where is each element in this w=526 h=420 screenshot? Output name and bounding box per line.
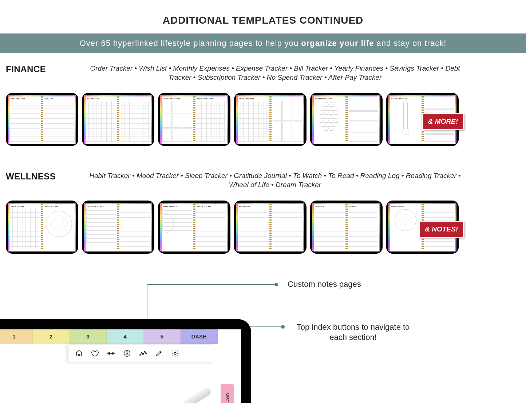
section-label: WELLNESS: [6, 171, 57, 182]
trend-icon[interactable]: [139, 349, 147, 357]
tablet-frame: 12345DASH JAN: [0, 319, 251, 403]
svg-point-5: [146, 353, 146, 354]
planner-tab[interactable]: 2: [33, 329, 70, 344]
template-thumbnail[interactable]: GRATITUDE JOURNAL: [82, 201, 154, 254]
thumb-title-right: TO READ: [349, 206, 379, 207]
thumbnail-row: HABIT TRACKERMOOD TRACKERGRATITUDE JOURN…: [4, 193, 522, 265]
planner-tab[interactable]: DASH: [181, 329, 218, 344]
svg-point-2: [141, 352, 142, 353]
svg-point-3: [143, 354, 143, 354]
section-description: Order Tracker • Wish List • Monthly Expe…: [79, 64, 522, 82]
section-description: Habit Tracker • Mood Tracker • Sleep Tra…: [79, 171, 522, 189]
banner: Over 65 hyperlinked lifestyle planning p…: [0, 33, 526, 53]
month-side-tab[interactable]: JAN: [221, 384, 234, 403]
thumb-title-left: ORDER TRACKER: [11, 98, 40, 100]
thumb-title-left: HABIT TRACKER: [11, 206, 40, 207]
page-title: ADDITIONAL TEMPLATES CONTINUED: [0, 0, 526, 33]
template-thumbnail[interactable]: BILL TRACKER: [82, 93, 154, 146]
callout-notes: Custom notes pages: [288, 279, 361, 290]
planner-tab[interactable]: 5: [144, 329, 181, 344]
template-thumbnail[interactable]: TO WATCHTO READ: [310, 201, 383, 254]
callout-dot: [274, 283, 278, 286]
gear-icon[interactable]: [171, 349, 179, 357]
template-thumbnail[interactable]: HABIT TRACKERMOOD TRACKER: [6, 201, 78, 254]
thumb-title-right: EXPENSE TRACKER: [197, 98, 226, 100]
more-badge: & MORE!: [422, 113, 464, 130]
dumbbell-icon[interactable]: [107, 349, 115, 357]
template-thumbnail[interactable]: ORDER TRACKERWISH LIST: [6, 93, 78, 146]
banner-pre: Over 65 hyperlinked lifestyle planning p…: [80, 39, 301, 48]
svg-point-6: [174, 352, 176, 354]
thumb-title-left: TO WATCH: [315, 206, 344, 207]
thumbnail-row: ORDER TRACKERWISH LISTBILL TRACKERMONTHL…: [4, 86, 522, 157]
thumb-title-left: YEARLY FINANCES: [239, 98, 268, 100]
thumb-title-right: WISH LIST: [45, 98, 74, 100]
tab-bar: 12345DASH: [0, 329, 218, 344]
hero: Custom notes pages Top index buttons to …: [0, 279, 526, 403]
template-thumbnail[interactable]: MONTHLY EXPENSESEXPENSE TRACKER: [158, 93, 230, 146]
section-finance: FINANCEOrder Tracker • Wish List • Month…: [0, 53, 526, 161]
planner-tab[interactable]: 1: [0, 329, 33, 344]
pencil-icon[interactable]: [155, 349, 163, 357]
heart-icon[interactable]: [91, 349, 99, 357]
more-badge: & NOTES!: [419, 221, 464, 238]
thumb-title-left: WHEEL OF LIFE: [391, 206, 420, 207]
section-wellness: WELLNESSHabit Tracker • Mood Tracker • S…: [0, 161, 526, 268]
banner-bold: organize your life: [301, 39, 374, 48]
template-thumbnail[interactable]: SLEEP TRACKERDREAM TRACKER: [158, 201, 230, 254]
planner-tab[interactable]: 4: [107, 329, 144, 344]
callout-dot: [281, 325, 285, 329]
thumb-title-right: DREAM TRACKER: [197, 206, 226, 207]
template-thumbnail[interactable]: WHEEL OF LIFE& NOTES!: [386, 201, 459, 254]
template-thumbnail[interactable]: SAVINGS TRACKER& MORE!: [386, 93, 459, 146]
template-thumbnail[interactable]: NO SPEND TRACKER: [310, 93, 383, 146]
thumb-title-left: BILL TRACKER: [87, 98, 116, 100]
thumb-title-left: NO SPEND TRACKER: [315, 98, 344, 100]
home-icon[interactable]: [75, 349, 83, 357]
thumb-title-left: MONTHLY EXPENSES: [163, 98, 192, 100]
thumb-title-left: GRATITUDE JOURNAL: [87, 206, 116, 207]
planner-tab[interactable]: 3: [70, 329, 107, 344]
thumb-title-left: SAVINGS TRACKER: [391, 98, 420, 100]
banner-post: and stay on track!: [374, 39, 446, 48]
thumb-title-right: MOOD TRACKER: [45, 206, 74, 207]
callout-line: [147, 284, 276, 285]
notes-icon-panel: [68, 345, 214, 362]
section-label: FINANCE: [6, 64, 57, 74]
svg-point-4: [144, 351, 145, 352]
callout-index: Top index buttons to navigate to each se…: [288, 322, 419, 343]
thumb-title-left: SLEEP TRACKER: [163, 206, 192, 207]
thumb-title-left: READING LOG: [239, 206, 268, 207]
template-thumbnail[interactable]: YEARLY FINANCES: [234, 93, 306, 146]
svg-point-1: [140, 354, 141, 355]
dollar-icon[interactable]: [123, 349, 131, 357]
template-thumbnail[interactable]: READING LOG: [234, 201, 306, 254]
